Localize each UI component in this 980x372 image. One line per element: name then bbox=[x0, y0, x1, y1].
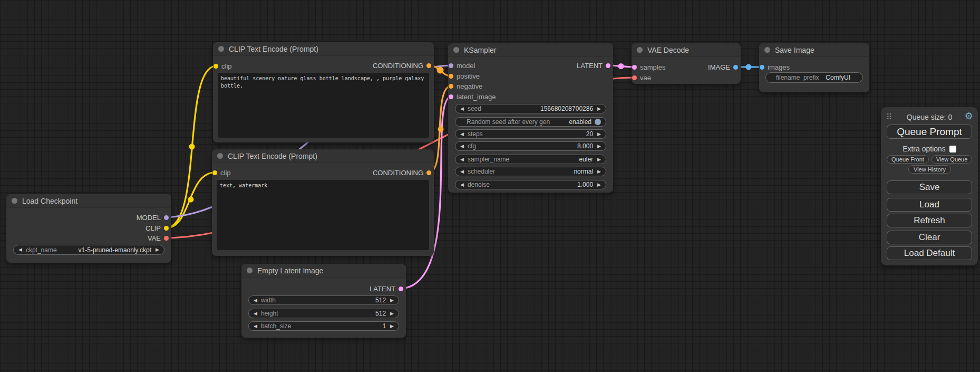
node-clip-text-encode-negative[interactable]: CLIP Text Encode (Prompt) clip CONDITION… bbox=[212, 149, 434, 256]
collapse-dot-icon[interactable] bbox=[764, 47, 770, 53]
node-load-checkpoint[interactable]: Load Checkpoint MODEL CLIP VAE ◀ ckpt_na… bbox=[6, 194, 171, 263]
random-seed-toggle-widget[interactable]: Random seed after every gen enabled bbox=[455, 117, 606, 127]
queue-prompt-button[interactable]: Queue Prompt bbox=[887, 125, 972, 139]
node-header[interactable]: VAE Decode bbox=[632, 43, 741, 57]
decrement-arrow-icon[interactable]: ◀ bbox=[18, 247, 22, 252]
scheduler-widget[interactable]: ◀ scheduler normal ▶ bbox=[455, 167, 606, 176]
output-port-latent[interactable] bbox=[606, 63, 610, 68]
decrement-arrow-icon[interactable]: ◀ bbox=[460, 183, 464, 187]
node-empty-latent-image[interactable]: Empty Latent Image LATENT ◀ width 512 ▶ … bbox=[241, 264, 406, 338]
extra-options-label: Extra options bbox=[903, 145, 946, 153]
widget-value: euler bbox=[579, 156, 593, 163]
decrement-arrow-icon[interactable]: ◀ bbox=[460, 132, 464, 137]
node-save-image[interactable]: Save Image images filename_prefix ComfyU… bbox=[759, 43, 869, 92]
extra-options-row: Extra options bbox=[881, 145, 978, 153]
node-header[interactable]: Load Checkpoint bbox=[6, 194, 171, 208]
output-port-conditioning[interactable] bbox=[426, 63, 431, 68]
decrement-arrow-icon[interactable]: ◀ bbox=[254, 298, 257, 303]
width-widget[interactable]: ◀ width 512 ▶ bbox=[248, 295, 399, 305]
output-port-clip[interactable] bbox=[164, 226, 169, 231]
node-clip-text-encode-positive[interactable]: CLIP Text Encode (Prompt) clip CONDITION… bbox=[213, 42, 434, 142]
input-port-clip[interactable] bbox=[214, 64, 218, 69]
widget-value: 1 bbox=[382, 322, 386, 330]
output-port-latent[interactable] bbox=[399, 287, 403, 291]
input-port-samples[interactable] bbox=[632, 65, 637, 70]
increment-arrow-icon[interactable]: ▶ bbox=[597, 157, 601, 162]
node-header[interactable]: CLIP Text Encode (Prompt) bbox=[212, 149, 434, 163]
refresh-button[interactable]: Refresh bbox=[887, 214, 972, 227]
decrement-arrow-icon[interactable]: ◀ bbox=[460, 144, 464, 149]
batch-size-widget[interactable]: ◀ batch_size 1 ▶ bbox=[248, 321, 399, 331]
input-port-negative[interactable] bbox=[449, 84, 453, 89]
input-label-vae: vae bbox=[640, 74, 651, 82]
increment-arrow-icon[interactable]: ▶ bbox=[597, 132, 601, 137]
cfg-widget[interactable]: ◀ cfg 8.000 ▶ bbox=[455, 141, 606, 151]
decrement-arrow-icon[interactable]: ◀ bbox=[460, 169, 464, 174]
node-vae-decode[interactable]: VAE Decode samples vae IMAGE bbox=[632, 43, 741, 84]
increment-arrow-icon[interactable]: ▶ bbox=[597, 183, 601, 187]
denoise-widget[interactable]: ◀ denoise 1.000 ▶ bbox=[455, 180, 606, 189]
positive-prompt-textarea[interactable]: beautiful scenery nature glass bottle la… bbox=[218, 73, 429, 138]
canvas[interactable]: { "colors": { "model": "#B39DDB", "clip"… bbox=[0, 0, 980, 372]
collapse-dot-icon[interactable] bbox=[637, 47, 643, 53]
queue-panel[interactable]: ⠿ Queue size: 0 ⚙ Queue Prompt Extra opt… bbox=[881, 107, 978, 265]
filename-prefix-widget[interactable]: filename_prefix ComfyUI bbox=[765, 72, 863, 83]
view-queue-button[interactable]: View Queue bbox=[932, 155, 972, 164]
toggle-icon[interactable] bbox=[595, 119, 601, 125]
collapse-dot-icon[interactable] bbox=[218, 46, 224, 52]
widget-label: filename_prefix bbox=[776, 74, 819, 81]
increment-arrow-icon[interactable]: ▶ bbox=[390, 311, 394, 316]
node-header[interactable]: CLIP Text Encode (Prompt) bbox=[213, 42, 434, 56]
collapse-dot-icon[interactable] bbox=[217, 153, 223, 159]
node-header[interactable]: KSampler bbox=[448, 43, 613, 57]
ckpt-name-widget[interactable]: ◀ ckpt_name v1-5-pruned-emaonly.ckpt ▶ bbox=[13, 245, 164, 255]
increment-arrow-icon[interactable]: ▶ bbox=[390, 298, 394, 303]
input-port-latent-image[interactable] bbox=[449, 94, 453, 99]
negative-prompt-textarea[interactable]: text, watermark bbox=[217, 180, 429, 250]
increment-arrow-icon[interactable]: ▶ bbox=[156, 247, 159, 252]
gear-icon[interactable]: ⚙ bbox=[965, 111, 973, 121]
decrement-arrow-icon[interactable]: ◀ bbox=[254, 324, 257, 329]
save-button[interactable]: Save bbox=[887, 180, 972, 194]
output-port-conditioning[interactable] bbox=[426, 170, 431, 175]
queue-front-button[interactable]: Queue Front bbox=[887, 155, 929, 164]
decrement-arrow-icon[interactable]: ◀ bbox=[460, 107, 464, 111]
widget-label: steps bbox=[468, 130, 483, 138]
collapse-dot-icon[interactable] bbox=[453, 47, 459, 53]
output-port-image[interactable] bbox=[733, 65, 738, 70]
input-port-images[interactable] bbox=[760, 65, 764, 70]
input-port-clip[interactable] bbox=[212, 170, 217, 175]
increment-arrow-icon[interactable]: ▶ bbox=[390, 324, 394, 329]
increment-arrow-icon[interactable]: ▶ bbox=[597, 169, 601, 174]
output-label-model: MODEL bbox=[137, 214, 161, 222]
collapse-dot-icon[interactable] bbox=[247, 268, 253, 273]
extra-options-checkbox[interactable] bbox=[949, 146, 956, 152]
node-ksampler[interactable]: KSampler model positive negative latent_… bbox=[448, 43, 613, 193]
output-port-vae[interactable] bbox=[164, 236, 169, 241]
input-port-model[interactable] bbox=[449, 63, 453, 68]
decrement-arrow-icon[interactable]: ◀ bbox=[254, 311, 257, 316]
input-port-positive[interactable] bbox=[449, 74, 453, 79]
sampler-name-widget[interactable]: ◀ sampler_name euler ▶ bbox=[455, 155, 606, 164]
input-port-vae[interactable] bbox=[632, 75, 637, 80]
widget-value: ComfyUI bbox=[826, 74, 850, 81]
seed-widget[interactable]: ◀ seed 156680208700286 ▶ bbox=[455, 104, 606, 113]
collapse-dot-icon[interactable] bbox=[12, 198, 17, 204]
load-default-button[interactable]: Load Default bbox=[887, 246, 972, 260]
increment-arrow-icon[interactable]: ▶ bbox=[597, 144, 601, 149]
output-port-model[interactable] bbox=[164, 215, 169, 220]
increment-arrow-icon[interactable]: ▶ bbox=[597, 107, 601, 111]
node-title: Empty Latent Image bbox=[257, 266, 323, 275]
node-header[interactable]: Save Image bbox=[759, 43, 869, 57]
clear-button[interactable]: Clear bbox=[887, 231, 972, 244]
wire-midpoint-dot bbox=[746, 64, 752, 70]
load-button[interactable]: Load bbox=[887, 198, 972, 212]
height-widget[interactable]: ◀ height 512 ▶ bbox=[248, 309, 399, 318]
steps-widget[interactable]: ◀ steps 20 ▶ bbox=[455, 129, 606, 139]
node-header[interactable]: Empty Latent Image bbox=[241, 264, 406, 278]
wire-midpoint-dot bbox=[437, 67, 444, 74]
view-history-button[interactable]: View History bbox=[908, 165, 951, 174]
input-label-clip: clip bbox=[221, 62, 232, 70]
decrement-arrow-icon[interactable]: ◀ bbox=[460, 157, 464, 162]
input-label-samples: samples bbox=[640, 63, 665, 71]
